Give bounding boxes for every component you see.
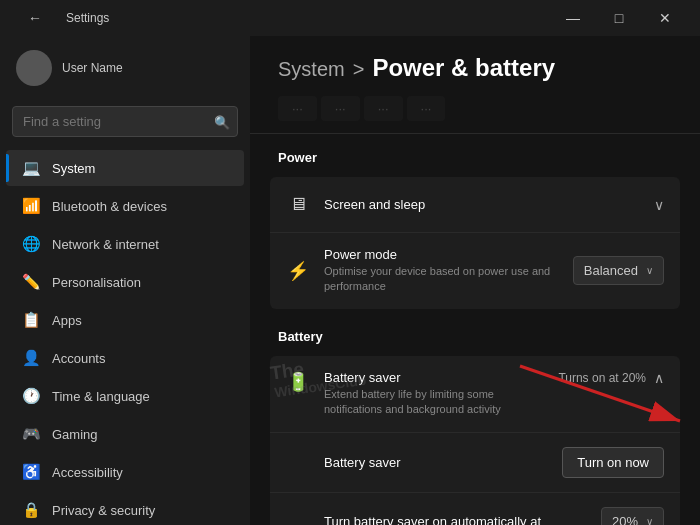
turn-on-now-button[interactable]: Turn on now xyxy=(562,447,664,478)
sidebar-item-label: Accessibility xyxy=(52,465,123,480)
network-icon: 🌐 xyxy=(22,235,40,253)
power-section-title: Power xyxy=(250,134,700,173)
personalisation-icon: ✏️ xyxy=(22,273,40,291)
tab-3[interactable]: ··· xyxy=(364,96,403,121)
battery-saver-auto-label: Turn battery saver on automatically at xyxy=(324,514,587,525)
screen-sleep-text: Screen and sleep xyxy=(324,197,640,212)
battery-saver-percent-value: 20% xyxy=(612,514,638,525)
time-icon: 🕐 xyxy=(22,387,40,405)
power-mode-value: Balanced xyxy=(584,263,638,278)
sidebar-item-label: Personalisation xyxy=(52,275,141,290)
content-area: System > Power & battery ··· ··· ··· ···… xyxy=(250,36,700,525)
sidebar-item-label: Privacy & security xyxy=(52,503,155,518)
search-icon: 🔍 xyxy=(214,114,230,129)
sidebar-item-accessibility[interactable]: ♿ Accessibility xyxy=(6,454,244,490)
sidebar-item-gaming[interactable]: 🎮 Gaming xyxy=(6,416,244,452)
tab-4[interactable]: ··· xyxy=(407,96,446,121)
sidebar-user: User Name xyxy=(0,36,250,100)
power-mode-desc: Optimise your device based on power use … xyxy=(324,264,559,295)
power-settings-card: 🖥 Screen and sleep ∨ ⚡ Power mode Optimi… xyxy=(270,177,680,309)
system-icon: 💻 xyxy=(22,159,40,177)
bluetooth-icon: 📶 xyxy=(22,197,40,215)
power-mode-label: Power mode xyxy=(324,247,559,262)
sidebar-item-privacy[interactable]: 🔒 Privacy & security xyxy=(6,492,244,525)
tabs-row: ··· ··· ··· ··· xyxy=(250,92,700,134)
turns-on-label: Turns on at 20% xyxy=(558,371,646,385)
search-input[interactable] xyxy=(12,106,238,137)
back-button[interactable]: ← xyxy=(12,3,58,33)
app-body: User Name 🔍 💻 System 📶 Bluetooth & devic… xyxy=(0,36,700,525)
close-button[interactable]: ✕ xyxy=(642,3,688,33)
sidebar-item-label: Network & internet xyxy=(52,237,159,252)
screen-sleep-row[interactable]: 🖥 Screen and sleep ∨ xyxy=(270,177,680,233)
percent-dropdown-arrow-icon: ∨ xyxy=(646,516,653,525)
sidebar-item-network[interactable]: 🌐 Network & internet xyxy=(6,226,244,262)
power-mode-dropdown-arrow-icon: ∨ xyxy=(646,265,653,276)
sidebar: User Name 🔍 💻 System 📶 Bluetooth & devic… xyxy=(0,36,250,525)
sidebar-item-apps[interactable]: 📋 Apps xyxy=(6,302,244,338)
maximize-button[interactable]: □ xyxy=(596,3,642,33)
battery-saver-row-label: Battery saver xyxy=(324,455,548,470)
tab-1[interactable]: ··· xyxy=(278,96,317,121)
breadcrumb-separator: > xyxy=(353,58,365,81)
power-mode-row[interactable]: ⚡ Power mode Optimise your device based … xyxy=(270,233,680,309)
power-mode-control: Balanced ∨ xyxy=(573,256,664,285)
sidebar-item-label: Gaming xyxy=(52,427,98,442)
title-bar-title: Settings xyxy=(66,11,109,25)
search-bar: 🔍 xyxy=(12,106,238,137)
sidebar-item-personalisation[interactable]: ✏️ Personalisation xyxy=(6,264,244,300)
accessibility-icon: ♿ xyxy=(22,463,40,481)
sidebar-item-label: Accounts xyxy=(52,351,105,366)
battery-saver-header-desc: Extend battery life by limiting some not… xyxy=(324,387,544,418)
battery-saver-header-text: Battery saver Extend battery life by lim… xyxy=(324,370,544,418)
battery-saver-header-label: Battery saver xyxy=(324,370,544,385)
accounts-icon: 👤 xyxy=(22,349,40,367)
tab-2[interactable]: ··· xyxy=(321,96,360,121)
battery-saver-auto-row: Turn battery saver on automatically at 2… xyxy=(270,493,680,525)
sidebar-item-system[interactable]: 💻 System xyxy=(6,150,244,186)
sidebar-item-accounts[interactable]: 👤 Accounts xyxy=(6,340,244,376)
battery-saver-toggle-row: Battery saver Turn on now xyxy=(270,433,680,493)
power-mode-text: Power mode Optimise your device based on… xyxy=(324,247,559,295)
sidebar-item-label: Time & language xyxy=(52,389,150,404)
breadcrumb-current: Power & battery xyxy=(372,54,555,82)
title-bar: ← Settings — □ ✕ xyxy=(0,0,700,36)
battery-section-title: Battery xyxy=(250,313,700,352)
screen-sleep-icon: 🖥 xyxy=(286,193,310,217)
screen-sleep-label: Screen and sleep xyxy=(324,197,640,212)
breadcrumb: System > Power & battery xyxy=(250,36,700,92)
power-mode-dropdown[interactable]: Balanced ∨ xyxy=(573,256,664,285)
breadcrumb-parent: System xyxy=(278,58,345,81)
sidebar-item-bluetooth[interactable]: 📶 Bluetooth & devices xyxy=(6,188,244,224)
battery-saver-collapse-icon[interactable]: ∧ xyxy=(654,370,664,386)
battery-saver-header-right: Turns on at 20% ∧ xyxy=(558,370,664,386)
minimize-button[interactable]: — xyxy=(550,3,596,33)
gaming-icon: 🎮 xyxy=(22,425,40,443)
content-wrapper: System > Power & battery ··· ··· ··· ···… xyxy=(250,36,700,525)
privacy-icon: 🔒 xyxy=(22,501,40,519)
power-mode-icon: ⚡ xyxy=(286,259,310,283)
sidebar-item-time[interactable]: 🕐 Time & language xyxy=(6,378,244,414)
title-bar-left: ← Settings xyxy=(12,3,109,33)
avatar xyxy=(16,50,52,86)
sidebar-item-label: Bluetooth & devices xyxy=(52,199,167,214)
sidebar-item-label: System xyxy=(52,161,95,176)
battery-settings-card: 🔋 Battery saver Extend battery life by l… xyxy=(270,356,680,525)
battery-saver-header[interactable]: 🔋 Battery saver Extend battery life by l… xyxy=(270,356,680,433)
apps-icon: 📋 xyxy=(22,311,40,329)
battery-saver-icon: 🔋 xyxy=(286,370,310,394)
sidebar-item-label: Apps xyxy=(52,313,82,328)
battery-saver-percent-dropdown[interactable]: 20% ∨ xyxy=(601,507,664,525)
title-bar-controls: — □ ✕ xyxy=(550,3,688,33)
screen-sleep-expand-icon[interactable]: ∨ xyxy=(654,197,664,213)
user-name: User Name xyxy=(62,61,123,75)
